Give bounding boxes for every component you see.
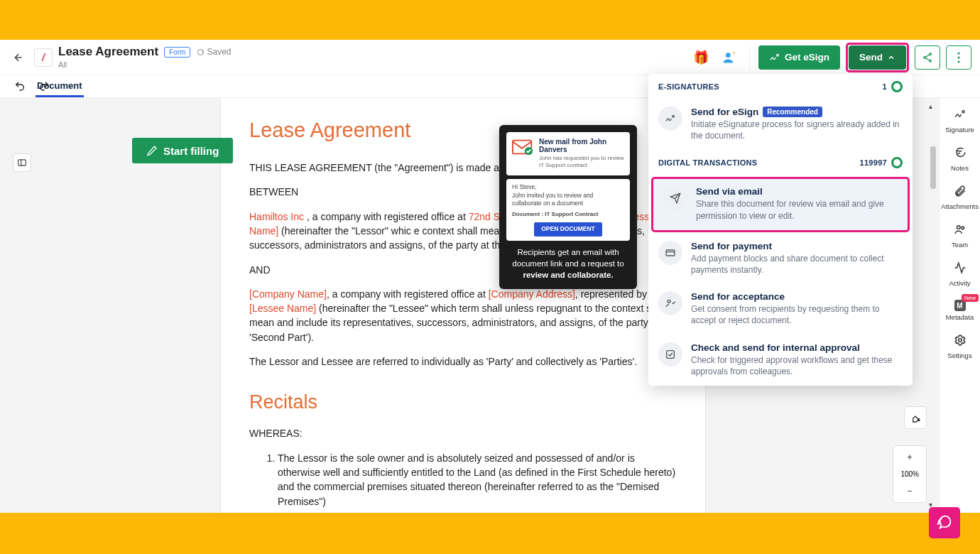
signature-icon <box>954 108 967 124</box>
svg-rect-22 <box>667 350 675 358</box>
svg-point-10 <box>957 56 959 58</box>
svg-point-21 <box>668 300 670 303</box>
zoom-controls: ＋ 100% － <box>893 445 927 503</box>
svg-point-1 <box>726 53 731 58</box>
svg-point-16 <box>961 227 964 229</box>
rail-activity[interactable]: Activity <box>940 257 980 291</box>
radio-on-icon <box>891 157 903 168</box>
email-preview-header: New mail from John Danvers John has requ… <box>506 132 630 175</box>
fill-color-button[interactable] <box>904 406 927 429</box>
redo-button[interactable] <box>38 80 50 94</box>
svg-point-14 <box>962 111 964 113</box>
email-preview-body: Hi Steve, John invited you to review and… <box>506 179 630 241</box>
svg-point-5 <box>924 56 926 58</box>
undo-button[interactable] <box>14 80 26 94</box>
svg-point-9 <box>957 52 959 54</box>
dropdown-section-header: E-SIGNATURES 1 <box>648 74 913 99</box>
zoom-level[interactable]: 100% <box>895 467 924 481</box>
svg-rect-19 <box>666 250 675 256</box>
share-button[interactable] <box>915 45 940 70</box>
doc-paragraph: The Lessor and Lessee are referred to in… <box>249 354 677 369</box>
rail-attachments[interactable]: Attachments <box>940 180 980 214</box>
send-button[interactable]: Send <box>849 45 906 70</box>
tooltip-description: Recipients get an email with document li… <box>506 246 630 281</box>
email-preview-tooltip: New mail from John Danvers John has requ… <box>499 125 637 289</box>
payment-icon <box>658 241 682 265</box>
activity-icon <box>954 261 967 277</box>
rail-notes[interactable]: Notes <box>940 142 980 176</box>
doc-paragraph: [Company Name], a company with registere… <box>249 287 677 344</box>
more-button[interactable] <box>946 45 971 70</box>
document-title: Lease Agreement <box>58 45 158 59</box>
breadcrumb[interactable]: All <box>58 60 231 69</box>
recommended-badge: Recommended <box>763 107 822 117</box>
right-rail: Signature Notes Attachments Team Activit… <box>939 98 980 513</box>
svg-point-18 <box>673 115 675 117</box>
svg-point-4 <box>930 53 932 55</box>
paper-plane-icon <box>663 186 687 210</box>
send-for-acceptance-option[interactable]: Send for acceptance Get consent from rec… <box>648 284 913 335</box>
approval-icon <box>658 342 682 366</box>
get-esign-button[interactable]: Get eSign <box>758 45 840 70</box>
team-icon <box>954 223 967 239</box>
doc-list-item: The Lessor is the sole owner and is abso… <box>278 451 677 509</box>
header: / Lease Agreement Form Saved All 🎁 + Get… <box>0 40 980 75</box>
internal-approval-option[interactable]: Check and send for internal approval Che… <box>648 335 913 386</box>
gear-icon <box>954 334 967 349</box>
start-filling-button[interactable]: Start filling <box>132 138 233 163</box>
new-badge: New <box>962 294 979 302</box>
svg-point-17 <box>958 339 962 342</box>
back-button[interactable] <box>9 48 28 67</box>
doc-paragraph: WHEREAS: <box>249 426 677 440</box>
rail-settings[interactable]: Settings <box>940 330 980 364</box>
panel-toggle-button[interactable] <box>13 153 31 172</box>
svg-point-3 <box>777 54 779 56</box>
rail-team[interactable]: Team <box>940 219 980 253</box>
scrollbar[interactable] <box>930 105 936 506</box>
send-via-email-option[interactable]: Send via email Share this document for r… <box>651 177 910 232</box>
send-button-highlight: Send <box>846 43 909 72</box>
envelope-icon <box>512 138 533 156</box>
notes-icon <box>954 146 967 162</box>
paperclip-icon <box>954 185 967 200</box>
svg-line-7 <box>925 55 929 57</box>
dropdown-section-header: DIGITAL TRANSACTIONS 119997 <box>648 150 913 175</box>
esign-icon <box>658 107 682 131</box>
svg-rect-12 <box>18 160 26 165</box>
svg-point-15 <box>957 226 960 229</box>
svg-point-11 <box>957 60 959 63</box>
saved-status: Saved <box>196 48 231 57</box>
open-document-mini-button: OPEN DOCUMENT <box>534 222 602 236</box>
doc-heading-2: Recitals <box>249 389 677 416</box>
app-logo: / <box>34 48 53 67</box>
radio-on-icon <box>891 81 903 92</box>
zoom-out-button[interactable]: － <box>900 482 919 500</box>
send-dropdown: E-SIGNATURES 1 Send for eSignRecommended… <box>648 74 913 386</box>
form-badge: Form <box>164 47 190 58</box>
acceptance-icon <box>658 291 682 315</box>
chat-fab[interactable] <box>929 507 960 538</box>
gift-icon[interactable]: 🎁 <box>690 46 712 69</box>
svg-line-8 <box>925 58 929 60</box>
send-for-payment-option[interactable]: Send for payment Add payment blocks and … <box>648 234 913 284</box>
add-user-icon[interactable]: + <box>718 46 741 69</box>
rail-metadata[interactable]: New M Metadata <box>940 295 980 325</box>
doc-ordered-list: The Lessor is the sole owner and is abso… <box>249 451 677 509</box>
send-for-esign-option[interactable]: Send for eSignRecommended Initiate eSign… <box>648 99 913 150</box>
zoom-in-button[interactable]: ＋ <box>900 448 919 466</box>
svg-point-6 <box>930 60 932 62</box>
rail-signature[interactable]: Signature <box>940 104 980 138</box>
svg-text:+: + <box>732 50 736 57</box>
